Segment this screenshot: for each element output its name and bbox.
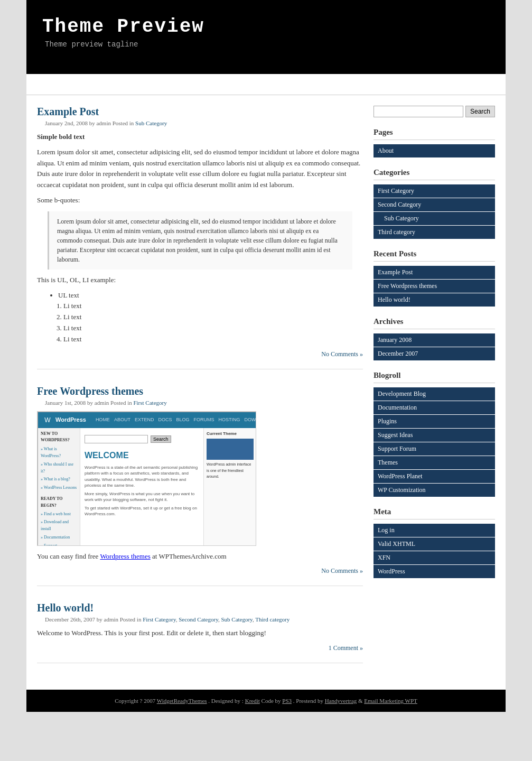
no-comments-link-2[interactable]: No Comments » [321,567,363,574]
wordpress-themes-link[interactable]: Wordpress themes [100,552,150,560]
footer-and: & [358,698,363,704]
post-content-hello: Welcome to WordPress. This is your first… [37,628,363,639]
list-item: First Category [374,184,495,198]
post-category-link-subcategory[interactable]: Sub Category [135,120,167,126]
site-tagline: Theme preview tagline [42,40,490,49]
blogroll-wp-planet[interactable]: WordPress Planet [374,470,495,483]
list-item: Log in [374,524,495,537]
post-blockquote: Lorem ipsum dolor sit amet, consectetur … [48,211,352,270]
categories-list: First Category Second Category Sub Categ… [374,184,495,239]
archives-widget: Archives January 2008 December 2007 [374,317,495,360]
list-item: Free Wordpress themes [374,280,495,293]
post-cat-link-sub[interactable]: Sub Category [221,616,252,623]
post-footer-example: No Comments » [37,350,363,358]
recent-post-link-1[interactable]: Example Post [374,266,495,279]
archive-link-jan2008[interactable]: January 2008 [374,333,495,347]
post-example: Example Post January 2nd, 2008 by admin … [37,106,363,369]
post-content-example: Simple bold text Lorem ipsum dolor sit a… [37,132,363,345]
post-title-hello[interactable]: Hello world! [37,602,94,614]
footer-code-by: Code by [262,698,281,704]
blogroll-wp-customization[interactable]: WP Customization [374,484,495,497]
blogroll-themes[interactable]: Themes [374,456,495,469]
post-category-link-first[interactable]: First Category [133,400,166,406]
pages-heading: Pages [374,128,495,140]
meta-list: Log in Valid XHTML XFN WordPress [374,524,495,578]
cat-link-third[interactable]: Third category [374,226,495,239]
recent-post-link-2[interactable]: Free Wordpress themes [374,280,495,293]
meta-heading: Meta [374,507,495,519]
list-item: Li text [63,323,363,334]
list-item: XFN [374,551,495,564]
blogroll-plugins[interactable]: Plugins [374,415,495,428]
footer-copyright: Copyright ? 2007 [115,698,155,704]
post-cat-link-third[interactable]: Third category [255,616,290,623]
cat-link-sub[interactable]: Sub Category [374,212,495,225]
list-item: Second Category [374,198,495,211]
meta-xfn[interactable]: XFN [374,551,495,564]
footer-link-handyvertrag[interactable]: Handyvertrag [325,698,357,704]
post-footer-wp-themes: No Comments » [37,567,363,575]
blogroll-docs[interactable]: Documentation [374,401,495,414]
blogroll-dev-blog[interactable]: Development Blog [374,387,495,401]
wp-nav: HOMEABOUTEXTENDDOCSBLOGFORUMSHOSTINGDOWN… [96,416,256,423]
archive-link-dec2007[interactable]: December 2007 [374,347,495,360]
post-cat-link-second[interactable]: Second Category [179,616,218,623]
categories-heading: Categories [374,168,495,180]
footer-link-kredit[interactable]: Kredit [245,698,260,704]
post-title-example[interactable]: Example Post [37,106,99,117]
list-item: Themes [374,456,495,469]
recent-posts-heading: Recent Posts [374,249,495,262]
meta-login[interactable]: Log in [374,524,495,537]
list-item: Third category [374,226,495,239]
blogroll-widget: Blogroll Development Blog Documentation … [374,371,495,497]
blogroll-heading: Blogroll [374,371,495,383]
list-item: Support Forum [374,442,495,456]
recent-post-link-3[interactable]: Hello world! [374,293,495,307]
nav-bar [26,74,506,95]
cat-link-first[interactable]: First Category [374,184,495,198]
list-item: Example Post [374,266,495,279]
footer-prestend-by: . Prestend by [293,698,323,704]
post-image-wp: W WordPress HOMEABOUTEXTENDDOCSBLOGFORUM… [37,411,256,546]
footer-link-email-marketing[interactable]: Email Marketing WPT [364,698,417,704]
list-item: About [374,144,495,157]
pages-list: About [374,144,495,157]
blogroll-support-forum[interactable]: Support Forum [374,442,495,456]
list-item: Li text [63,334,363,345]
post-meta-example: January 2nd, 2008 by admin Posted in Sub… [37,120,363,126]
blogroll-suggest-ideas[interactable]: Suggest Ideas [374,429,495,442]
footer-link-ps3[interactable]: PS3 [282,698,292,704]
svg-text:W: W [44,416,51,424]
sidebar: Search Pages About Categories First Cate… [374,106,495,679]
list-item: Li text [63,312,363,323]
wp-current-theme: Current Theme WordPress admin interface … [203,428,256,546]
list-item: Valid XHTML [374,537,495,551]
meta-widget: Meta Log in Valid XHTML XFN WordPress [374,507,495,578]
search-button[interactable]: Search [465,106,495,117]
recent-posts-list: Example Post Free Wordpress themes Hello… [374,266,495,307]
page-link-about[interactable]: About [374,144,495,157]
post-wordpress-themes: Free Wordpress themes January 1st, 2008 … [37,385,363,587]
list-item: Li text [63,301,363,312]
list-item: Plugins [374,415,495,428]
footer-link-widgetready[interactable]: WidgetReadyThemes [157,698,207,704]
list-item: Sub Category [374,212,495,225]
post-text-wp-themes: You can easy find free Wordpress themes … [37,551,363,562]
list-item: WordPress [374,565,495,578]
post-cat-link-first[interactable]: First Category [143,616,176,623]
footer-designed-by: . Designed by : [208,698,244,704]
meta-valid-xhtml[interactable]: Valid XHTML [374,537,495,551]
post-hello-world: Hello world! December 26th, 2007 by admi… [37,602,363,663]
wp-sidebar: NEW TO WORDPRESS? » What is WordPress? »… [38,428,80,546]
search-widget: Search [374,106,495,117]
no-comments-link-1[interactable]: No Comments » [321,350,363,358]
list-item: Development Blog [374,387,495,401]
cat-link-second[interactable]: Second Category [374,198,495,211]
post-title-wp-themes[interactable]: Free Wordpress themes [37,385,143,397]
list-item: WordPress Planet [374,470,495,483]
meta-wordpress[interactable]: WordPress [374,565,495,578]
search-input[interactable] [374,106,463,117]
comments-link-hello[interactable]: 1 Comment » [329,644,363,652]
post-meta-wp-themes: January 1st, 2008 by admin Posted in Fir… [37,400,363,406]
list-item: Hello world! [374,293,495,307]
